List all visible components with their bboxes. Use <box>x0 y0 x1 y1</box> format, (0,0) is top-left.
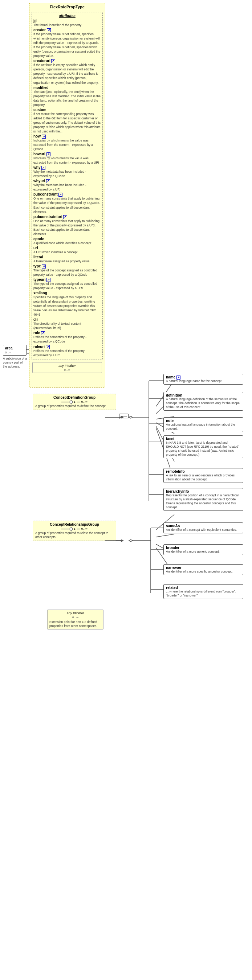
attr-whyuri-desc: Why the metadata has been included - exp… <box>33 183 86 191</box>
attr-xmllang-name: xmllang <box>33 291 47 295</box>
svg-marker-35 <box>129 539 132 542</box>
attr-pubconstraint: pubconstraint ↗ One or many constraints … <box>33 192 101 214</box>
attr-modified-name: modified <box>33 86 49 90</box>
main-box: FlexRolePropType attributes id The forma… <box>29 3 105 388</box>
hierarchy-info-box-desc: Represents the position of a concept in … <box>166 493 241 509</box>
attr-role-desc: Refines the semantics of the property - … <box>33 335 86 343</box>
attr-qcode-desc: A qualified code which identifies a conc… <box>33 241 92 245</box>
attr-creator: creator ↗ If the property value is not d… <box>33 28 101 58</box>
left-area-box: area 0...∞ <box>3 345 27 356</box>
narrower-box-desc: An identifier of a more specific ancesto… <box>166 570 241 574</box>
same-as-box-desc: An identifier of a concept with equivale… <box>166 528 241 532</box>
attr-creator-desc: If the property value is not defined, sp… <box>33 32 100 58</box>
rel-connector-line-1 <box>61 529 69 529</box>
facet-box-desc: In NAR 1.8 and later, facet is deprecate… <box>166 441 241 457</box>
attr-creatoruri: creatoruri ↗ If the attribute is empty, … <box>33 59 101 84</box>
attr-creator-name: creator ↗ <box>33 28 51 32</box>
remote-info-box-desc: A link to an item or a web resource whic… <box>166 474 241 482</box>
diagram-container: FlexRolePropType FlexRolePropType attrib… <box>0 0 252 980</box>
broader-box: broader An identifier of a more generic … <box>163 544 243 555</box>
attr-uri: uri A URI which identifies a concept. <box>33 246 101 255</box>
narrower-box-title: narrower <box>166 566 182 570</box>
attr-role-name: role ↗ <box>33 331 45 335</box>
attr-pubconstraint-name: pubconstraint ↗ <box>33 192 62 196</box>
svg-line-9 <box>156 534 174 537</box>
connector-cardinality-1: 1 <box>74 400 75 404</box>
attr-role: role ↗ Refines the semantics of the prop… <box>33 331 101 344</box>
any-other-inside: any ##other 0...∞ <box>32 362 102 373</box>
attributes-group: attributes id The formal identifier of t… <box>32 12 103 360</box>
name-box-title: name ↗ <box>166 375 180 379</box>
facet-box-title: facet <box>166 437 174 441</box>
any-other-inside-label: any ##other <box>59 364 76 368</box>
attr-dir: dir The directionality of textual conten… <box>33 318 101 330</box>
attr-qcode: qcode A qualified code which identifies … <box>33 237 101 245</box>
attr-modified: modified The date [and, optionally, the … <box>33 86 101 107</box>
attr-why-desc: Why the metadata has been included - exp… <box>33 170 86 178</box>
concept-relationships-group-desc: A group of properties required to relate… <box>35 531 114 539</box>
attr-typeuri: typeuri ↗ The type of the concept assign… <box>33 278 101 290</box>
left-area-cardinality: 0...∞ <box>5 351 11 354</box>
narrower-box: narrower An identifier of a more specifi… <box>163 564 243 575</box>
concept-definition-group-connectors: 1 0...∞ <box>35 400 114 404</box>
rel-connector-line-2 <box>77 529 80 529</box>
attr-type-name: type ↗ <box>33 264 46 268</box>
related-box: related ... where the relationship is di… <box>163 584 243 599</box>
attr-why: why ↗ Why the metadata has been included… <box>33 165 101 178</box>
related-box-title: related <box>166 585 178 590</box>
attr-how: how ↗ Indicates by which means the value… <box>33 134 101 151</box>
attr-type-desc: The type of the concept assigned as cont… <box>33 269 97 277</box>
left-area-desc: A subdivision of a country part of the a… <box>3 357 27 369</box>
attr-literal: literal A literal value assigned as prop… <box>33 255 101 263</box>
bottom-any-other-desc: Extension point for non-G2-defined prope… <box>49 620 101 628</box>
svg-marker-33 <box>129 416 132 418</box>
attr-roleuri-name: roleuri ↗ <box>33 345 50 349</box>
attr-type: type ↗ The type of the concept assigned … <box>33 264 101 277</box>
main-box-title: FlexRolePropType <box>29 3 105 11</box>
left-area-label: area <box>5 346 13 350</box>
concept-relationships-group-connectors: 1 0...∞ <box>35 527 114 530</box>
concept-definition-group-title: ConceptDefinitionGroup <box>35 396 114 399</box>
concept-relationships-group-title: ConceptRelationshipsGroup <box>35 522 114 527</box>
attr-why-name: why ↗ <box>33 165 45 169</box>
related-box-desc: ... where the relationship is different … <box>166 590 241 598</box>
hierarchy-info-box-title: hierarchyInfo <box>166 490 189 493</box>
any-other-inside-cardinality: 0...∞ <box>64 368 70 372</box>
attr-roleuri-desc: Refines the semantics of the property - … <box>33 349 86 357</box>
attr-literal-name: literal <box>33 255 43 259</box>
concept-relationships-group: ConceptRelationshipsGroup 1 0...∞ A grou… <box>33 521 116 541</box>
remote-info-box-title: remoteInfo <box>166 469 185 474</box>
definition-group-connector-box: —— <box>119 414 129 418</box>
attr-xmllang-desc: Specifies the language of this property … <box>33 295 96 317</box>
concept-definition-group: ConceptDefinitionGroup 1 0...∞ A group o… <box>33 394 116 410</box>
attr-typeuri-name: typeuri ↗ <box>33 278 51 282</box>
attr-modified-desc: The date [and, optionally, the time] whe… <box>33 90 100 107</box>
definition-box-title: definition <box>166 393 182 397</box>
connector-cardinality-2: 0...∞ <box>81 400 88 404</box>
attr-pubconstrainturi-name: pubconstrainturi ↗ <box>33 215 67 219</box>
attr-pubconstrainturi-desc: One or many constraints that apply to pu… <box>33 219 99 236</box>
attr-id-desc: The formal identifier of the property. <box>33 23 82 27</box>
attr-xmllang: xmllang Specifies the language of this p… <box>33 291 101 317</box>
attr-id: id The formal identifier of the property… <box>33 19 101 27</box>
left-area-container: area 0...∞ A subdivision of a country pa… <box>3 345 27 369</box>
broader-box-desc: An identifier of a more generic concept. <box>166 550 241 554</box>
attr-id-name: id <box>33 19 37 23</box>
note-box: note An optional natural language inform… <box>163 417 243 432</box>
attr-whyuri: whyuri ↗ Why the metadata has been inclu… <box>33 179 101 192</box>
connector-line-2 <box>77 402 80 402</box>
facet-box: facet In NAR 1.8 and later, facet is dep… <box>163 435 243 458</box>
bottom-any-other-label: any ##other <box>67 611 84 615</box>
attr-typeuri-desc: The type of the concept assigned as cont… <box>33 282 97 290</box>
attr-qcode-name: qcode <box>33 237 44 241</box>
attr-uri-desc: A URI which identifies a concept. <box>33 250 78 254</box>
attr-creatoruri-name: creatoruri ↗ <box>33 59 55 63</box>
attr-dir-name: dir <box>33 318 38 321</box>
attr-howuri: howuri ↗ Indicates by which means the va… <box>33 152 101 165</box>
attr-howuri-name: howuri ↗ <box>33 152 51 156</box>
attr-howuri-desc: Indicates by which means the value was e… <box>33 156 99 164</box>
attr-custom-desc: If set to true the corresponding propert… <box>33 112 100 133</box>
attr-how-name: how ↗ <box>33 134 46 138</box>
attr-custom: custom If set to true the corresponding … <box>33 108 101 134</box>
same-as-box: sameAs An identifier of a concept with e… <box>163 522 243 533</box>
